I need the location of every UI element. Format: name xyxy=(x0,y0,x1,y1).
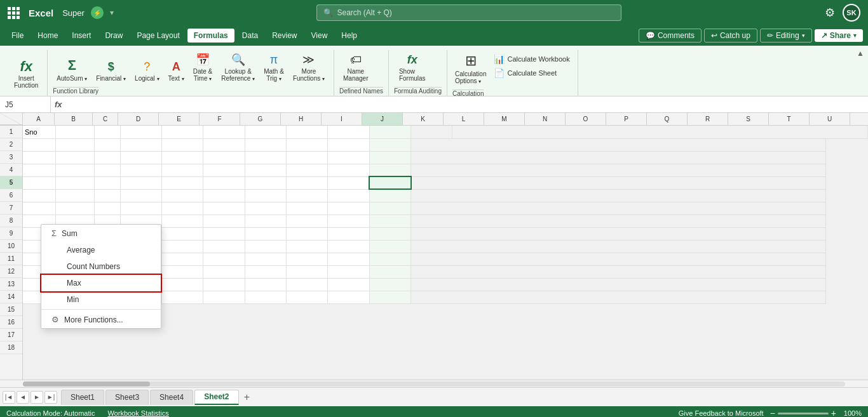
account-badge[interactable]: ⚡ xyxy=(91,6,104,19)
col-header-m[interactable]: M xyxy=(484,113,525,125)
row-16[interactable]: 16 xyxy=(0,316,22,329)
sheet-nav-prev[interactable]: ◄ xyxy=(17,391,29,404)
zoom-in-button[interactable]: + xyxy=(831,408,836,417)
col-header-a[interactable]: A xyxy=(23,113,55,125)
cell-b1[interactable] xyxy=(55,126,94,138)
cell-h1[interactable] xyxy=(287,126,328,138)
cell-g5[interactable] xyxy=(245,176,286,189)
cell-b2[interactable] xyxy=(55,138,94,151)
cell-a1[interactable]: Sno xyxy=(23,126,55,138)
col-header-n[interactable]: N xyxy=(525,113,566,125)
cell-e1[interactable] xyxy=(161,126,203,138)
cell-c2[interactable] xyxy=(94,138,120,151)
dropdown-item-sum[interactable]: Σ Sum xyxy=(41,225,161,242)
more-functions-button[interactable]: ≫ MoreFunctions ▾ xyxy=(289,50,329,84)
cell-c4[interactable] xyxy=(94,164,120,176)
col-header-f[interactable]: F xyxy=(200,113,240,125)
financial-button[interactable]: $ Financial ▾ xyxy=(92,58,130,84)
cell-rest-4[interactable] xyxy=(411,164,826,176)
cell-i5[interactable] xyxy=(328,176,369,189)
cell-c5[interactable] xyxy=(94,176,120,189)
cell-g3[interactable] xyxy=(245,151,286,164)
zoom-slider[interactable] xyxy=(778,413,829,414)
cell-i1[interactable] xyxy=(328,126,369,138)
cell-b5[interactable] xyxy=(55,176,94,189)
cell-rest-1[interactable] xyxy=(452,126,868,138)
user-avatar[interactable]: SK xyxy=(843,4,860,22)
cell-d1[interactable] xyxy=(120,126,161,138)
col-header-g[interactable]: G xyxy=(240,113,281,125)
h-scrollbar[interactable] xyxy=(0,380,868,387)
row-15[interactable]: 15 xyxy=(0,303,22,316)
col-header-e[interactable]: E xyxy=(159,113,200,125)
cell-g4[interactable] xyxy=(245,164,286,176)
logical-button[interactable]: ? Logical ▾ xyxy=(131,58,163,84)
row-5[interactable]: 5 xyxy=(0,176,22,189)
math-trig-button[interactable]: π Math &Trig ▾ xyxy=(260,51,288,84)
sheet-tab-sheet2[interactable]: Sheet2 xyxy=(194,390,238,405)
workbook-stats-button[interactable]: Workbook Statistics xyxy=(107,409,168,417)
row-8[interactable]: 8 xyxy=(0,215,22,227)
col-header-b[interactable]: B xyxy=(55,113,93,125)
dropdown-item-more-functions[interactable]: ⚙ More Functions... xyxy=(41,311,161,328)
row-2[interactable]: 2 xyxy=(0,138,22,151)
datetime-button[interactable]: 📅 Date &Time ▾ xyxy=(189,50,217,84)
cell-k1[interactable] xyxy=(411,126,452,138)
col-header-q[interactable]: Q xyxy=(647,113,688,125)
calculate-sheet-button[interactable]: 📄 Calculate Sheet xyxy=(491,67,572,79)
cell-j3[interactable] xyxy=(369,151,410,164)
text-button[interactable]: A Text ▾ xyxy=(165,58,188,84)
cell-j2[interactable] xyxy=(369,138,410,151)
cell-rest-2[interactable] xyxy=(411,138,826,151)
sheet-tab-sheet3[interactable]: Sheet3 xyxy=(105,390,149,405)
col-header-o[interactable]: O xyxy=(566,113,606,125)
col-header-c[interactable]: C xyxy=(93,113,118,125)
menu-item-view[interactable]: View xyxy=(305,29,334,43)
menu-item-file[interactable]: File xyxy=(5,29,30,43)
autosum-button[interactable]: Σ AutoSum ▾ xyxy=(53,55,91,84)
cell-rest-5[interactable] xyxy=(411,176,826,189)
menu-item-draw[interactable]: Draw xyxy=(98,29,129,43)
zoom-out-button[interactable]: − xyxy=(770,408,775,417)
dropdown-item-count[interactable]: Count Numbers xyxy=(41,258,161,275)
menu-item-help[interactable]: Help xyxy=(335,29,363,43)
cell-f2[interactable] xyxy=(203,138,245,151)
col-header-d[interactable]: D xyxy=(118,113,159,125)
col-header-i[interactable]: I xyxy=(322,113,362,125)
search-box[interactable]: 🔍 Search (Alt + Q) xyxy=(316,4,621,21)
name-box[interactable]: J5 xyxy=(0,96,51,112)
cell-e3[interactable] xyxy=(161,151,203,164)
cell-h2[interactable] xyxy=(287,138,328,151)
menu-item-page-layout[interactable]: Page Layout xyxy=(130,29,186,43)
insert-function-button[interactable]: fx InsertFunction xyxy=(10,57,42,91)
name-manager-button[interactable]: 🏷 NameManager xyxy=(339,51,372,84)
row-7[interactable]: 7 xyxy=(0,202,22,215)
cell-a4[interactable] xyxy=(23,164,55,176)
cell-e2[interactable] xyxy=(161,138,203,151)
feedback-button[interactable]: Give Feedback to Microsoft xyxy=(679,409,764,417)
row-6[interactable]: 6 xyxy=(0,189,22,202)
row-10[interactable]: 10 xyxy=(0,240,22,253)
cell-h4[interactable] xyxy=(287,164,328,176)
col-header-h[interactable]: H xyxy=(281,113,322,125)
col-header-l[interactable]: L xyxy=(444,113,484,125)
cell-g1[interactable] xyxy=(245,126,286,138)
share-button[interactable]: ↗ Share ▾ xyxy=(815,29,863,42)
col-header-u[interactable]: U xyxy=(810,113,850,125)
sheet-tab-sheet1[interactable]: Sheet1 xyxy=(61,390,104,405)
editing-button[interactable]: ✏ Editing ▾ xyxy=(760,29,812,43)
dropdown-item-min[interactable]: Min xyxy=(41,291,161,308)
cell-rest-3[interactable] xyxy=(411,151,826,164)
cell-e5[interactable] xyxy=(161,176,203,189)
cell-f4[interactable] xyxy=(203,164,245,176)
row-17[interactable]: 17 xyxy=(0,329,22,341)
calc-options-button[interactable]: ⊞ CalculationOptions ▾ xyxy=(452,50,489,87)
catchup-button[interactable]: ↩ Catch up xyxy=(704,29,757,43)
col-header-k[interactable]: K xyxy=(403,113,444,125)
cell-j5[interactable] xyxy=(369,176,410,189)
menu-item-formulas[interactable]: Formulas xyxy=(187,29,234,43)
col-header-t[interactable]: T xyxy=(769,113,810,125)
calculate-workbook-button[interactable]: 📊 Calculate Workbook xyxy=(491,53,572,65)
cell-h3[interactable] xyxy=(287,151,328,164)
waffle-icon[interactable] xyxy=(8,7,20,19)
